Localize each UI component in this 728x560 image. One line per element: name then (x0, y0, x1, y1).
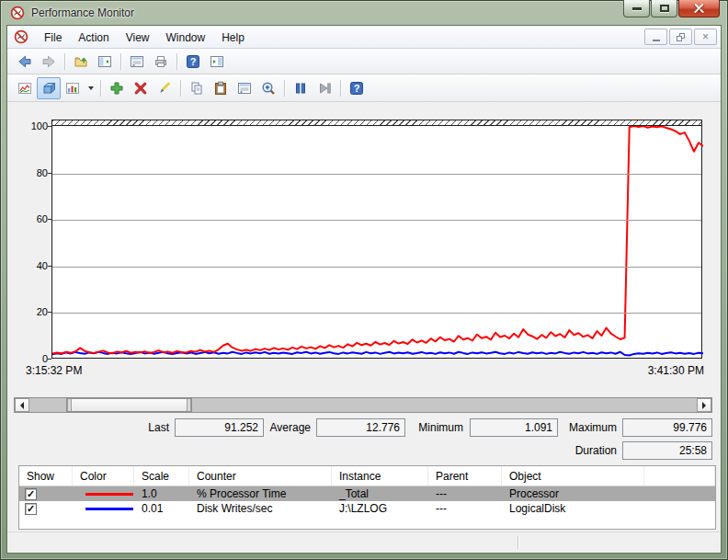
toolbar-separator (100, 80, 101, 97)
y-axis-tick-label: 20 (7, 304, 48, 319)
show-hide-action-pane-button[interactable] (205, 51, 229, 73)
scrollbar-thumb[interactable] (66, 398, 192, 412)
minimize-button[interactable] (623, 0, 650, 17)
action-pane-icon (210, 54, 224, 69)
menu-item-window[interactable]: Window (158, 28, 214, 48)
gridline (52, 174, 701, 175)
thumb-right-grip[interactable] (187, 399, 191, 411)
properties-button[interactable] (233, 77, 256, 99)
counter-color-sample (85, 493, 133, 496)
zoom-button[interactable] (256, 77, 280, 99)
column-header-show[interactable]: Show (19, 466, 73, 486)
update-data-button[interactable] (313, 77, 336, 99)
mdi-close-button[interactable]: × (694, 29, 717, 45)
maximize-button[interactable] (651, 0, 677, 17)
mdi-minimize-button[interactable] (644, 29, 667, 45)
graph-type-icon (65, 81, 80, 96)
time-range-scrollbar[interactable] (14, 397, 712, 413)
menu-items: FileActionViewWindowHelp (36, 29, 253, 45)
thumb-left-grip[interactable] (67, 399, 72, 411)
column-header-object[interactable]: Object (502, 466, 644, 486)
svg-text:?: ? (190, 56, 197, 67)
paste-icon (213, 81, 228, 96)
paste-counter-list-button[interactable] (209, 77, 233, 99)
forward-button[interactable] (37, 51, 61, 73)
menu-item-help[interactable]: Help (213, 28, 253, 48)
back-button[interactable] (13, 51, 37, 73)
export-list-button[interactable] (125, 51, 149, 73)
column-header-filler (644, 466, 715, 486)
menu-item-action[interactable]: Action (70, 28, 117, 48)
delete-counter-button[interactable] (129, 77, 153, 99)
step-forward-icon (317, 81, 332, 96)
time-end-label: 3:41:30 PM (648, 364, 704, 377)
column-header-scale[interactable]: Scale (134, 466, 189, 486)
time-start-label: 3:15:32 PM (26, 364, 82, 377)
show-checkbox[interactable]: ✓ (25, 503, 37, 515)
column-header-parent[interactable]: Parent (428, 466, 502, 486)
scroll-right-button[interactable] (697, 398, 711, 412)
column-header-counter[interactable]: Counter (189, 466, 332, 486)
column-header-instance[interactable]: Instance (332, 466, 428, 486)
performance-monitor-window: Performance Monitor FileActionViewWindow… (0, 0, 728, 560)
delete-x-icon (133, 81, 148, 96)
graph-type-dropdown-button[interactable] (85, 77, 97, 99)
maximum-value: 99.776 (622, 418, 712, 437)
close-button[interactable] (678, 0, 720, 17)
menu-item-file[interactable]: File (36, 28, 70, 48)
help-button[interactable]: ? (345, 77, 369, 99)
counter-cell: Disk Writes/sec (189, 501, 332, 516)
y-axis-tick-label: 100 (7, 119, 48, 133)
highlight-button[interactable] (153, 77, 176, 99)
object-cell: Processor (502, 486, 644, 501)
perfmon-toolbar: ? (7, 74, 721, 102)
copy-properties-button[interactable] (185, 77, 209, 99)
minimize-icon (632, 7, 642, 10)
column-header-color[interactable]: Color (73, 466, 134, 486)
counter-row--processor-time[interactable]: ✓1.0% Processor Time_Total---Processor (19, 486, 715, 501)
show-checkbox[interactable]: ✓ (25, 488, 37, 500)
print-button[interactable] (149, 51, 173, 73)
help-icon: ? (349, 81, 364, 96)
performance-chart (52, 126, 703, 359)
standard-toolbar: ? (7, 49, 721, 74)
scroll-left-button[interactable] (15, 398, 29, 412)
counter-cell: % Processor Time (189, 486, 332, 501)
folder-up-icon (74, 54, 88, 69)
console-tree-icon (97, 54, 112, 69)
window-controls (623, 0, 720, 17)
minimum-label: Minimum (393, 418, 463, 437)
change-graph-type-button[interactable] (61, 77, 85, 99)
view-log-data-button[interactable] (37, 77, 61, 99)
highlight-pen-icon (157, 81, 172, 96)
y-axis-tick-label: 60 (7, 211, 48, 226)
view-current-activity-button[interactable] (13, 77, 37, 99)
toolbar-separator (64, 53, 65, 70)
counter-color-sample (85, 508, 133, 510)
parent-cell: --- (428, 501, 502, 516)
mdi-close-icon: × (702, 31, 709, 42)
add-plus-icon (109, 81, 124, 96)
chart-plot-area (51, 120, 702, 359)
titlebar[interactable]: Performance Monitor (0, 0, 728, 26)
chart-line-icon (17, 81, 32, 96)
status-bar-separator (518, 536, 518, 549)
perfmon-app-icon (10, 6, 25, 20)
scale-cell: 1.0 (134, 486, 189, 501)
freeze-display-button[interactable] (289, 77, 313, 99)
add-counter-button[interactable] (105, 77, 129, 99)
properties-dialog-icon (130, 54, 144, 69)
counter-row-disk-writes-sec[interactable]: ✓0.01Disk Writes/secJ:\LZLOG---LogicalDi… (19, 501, 715, 516)
menu-item-view[interactable]: View (118, 28, 158, 48)
series--processor-time (52, 126, 703, 353)
last-label: Last (99, 418, 169, 437)
show-hide-console-tree-button[interactable] (93, 51, 117, 73)
mdi-restore-button[interactable] (669, 29, 692, 45)
up-one-level-button[interactable] (69, 51, 93, 73)
y-axis-tick-mark (48, 359, 51, 360)
help-button[interactable]: ? (181, 51, 205, 73)
toolbar-separator (176, 53, 177, 70)
properties-dialog-icon (237, 81, 252, 96)
counter-legend-table: ShowColorScaleCounterInstanceParentObjec… (18, 465, 716, 530)
toolbar-separator (340, 80, 341, 97)
